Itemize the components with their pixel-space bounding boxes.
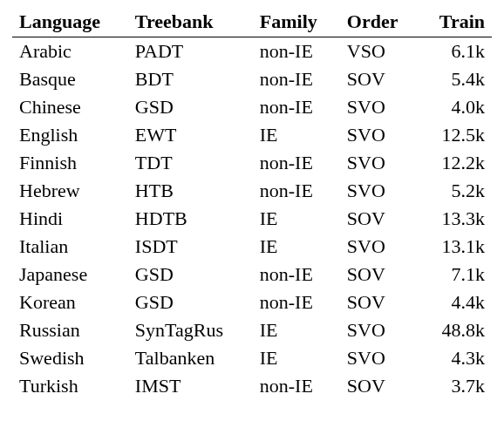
cell-language: Chinese — [12, 93, 128, 121]
cell-treebank: BDT — [128, 65, 253, 93]
cell-language: Russian — [12, 316, 128, 344]
cell-language: English — [12, 121, 128, 149]
table-row: HebrewHTBnon-IESVO5.2k — [12, 177, 492, 205]
cell-train: 5.2k — [419, 177, 492, 205]
cell-treebank: GSD — [128, 93, 253, 121]
table-body: ArabicPADTnon-IEVSO6.1kBasqueBDTnon-IESO… — [12, 37, 492, 401]
cell-treebank: GSD — [128, 261, 253, 288]
cell-order: SOV — [340, 205, 419, 233]
cell-order: SVO — [340, 177, 419, 205]
cell-train: 13.1k — [419, 233, 492, 261]
col-train: Train — [419, 9, 492, 37]
table-row: EnglishEWTIESVO12.5k — [12, 121, 492, 149]
cell-order: SVO — [340, 233, 419, 261]
language-treebank-table: Language Treebank Family Order Train Ara… — [12, 9, 492, 400]
table-row: TurkishIMSTnon-IESOV3.7k — [12, 372, 492, 400]
cell-order: SOV — [340, 372, 419, 400]
cell-order: SOV — [340, 65, 419, 93]
cell-order: SVO — [340, 121, 419, 149]
table-row: HindiHDTBIESOV13.3k — [12, 205, 492, 233]
cell-train: 4.0k — [419, 93, 492, 121]
cell-treebank: HTB — [128, 177, 253, 205]
cell-train: 12.5k — [419, 121, 492, 149]
cell-order: SVO — [340, 93, 419, 121]
cell-language: Turkish — [12, 372, 128, 400]
cell-language: Hindi — [12, 205, 128, 233]
cell-family: non-IE — [253, 65, 340, 93]
cell-language: Japanese — [12, 261, 128, 288]
cell-treebank: SynTagRus — [128, 316, 253, 344]
cell-treebank: GSD — [128, 288, 253, 316]
cell-train: 48.8k — [419, 316, 492, 344]
table-row: ItalianISDTIESVO13.1k — [12, 233, 492, 261]
col-family: Family — [253, 9, 340, 37]
cell-family: IE — [253, 344, 340, 372]
col-order: Order — [340, 9, 419, 37]
cell-family: IE — [253, 121, 340, 149]
cell-train: 13.3k — [419, 205, 492, 233]
cell-family: non-IE — [253, 93, 340, 121]
table-row: JapaneseGSDnon-IESOV7.1k — [12, 261, 492, 288]
cell-family: IE — [253, 233, 340, 261]
cell-train: 3.7k — [419, 372, 492, 400]
table-row: RussianSynTagRusIESVO48.8k — [12, 316, 492, 344]
col-language: Language — [12, 9, 128, 37]
cell-order: SOV — [340, 261, 419, 288]
cell-language: Finnish — [12, 149, 128, 177]
cell-order: SVO — [340, 316, 419, 344]
table-row: BasqueBDTnon-IESOV5.4k — [12, 65, 492, 93]
cell-train: 6.1k — [419, 37, 492, 66]
cell-family: non-IE — [253, 261, 340, 288]
cell-family: IE — [253, 205, 340, 233]
table-row: ChineseGSDnon-IESVO4.0k — [12, 93, 492, 121]
cell-treebank: HDTB — [128, 205, 253, 233]
table-row: SwedishTalbankenIESVO4.3k — [12, 344, 492, 372]
cell-family: non-IE — [253, 37, 340, 66]
cell-train: 12.2k — [419, 149, 492, 177]
cell-language: Swedish — [12, 344, 128, 372]
cell-train: 4.3k — [419, 344, 492, 372]
table-row: KoreanGSDnon-IESOV4.4k — [12, 288, 492, 316]
cell-treebank: TDT — [128, 149, 253, 177]
cell-order: SOV — [340, 288, 419, 316]
cell-family: non-IE — [253, 372, 340, 400]
cell-treebank: Talbanken — [128, 344, 253, 372]
cell-language: Arabic — [12, 37, 128, 66]
cell-order: SVO — [340, 149, 419, 177]
cell-order: SVO — [340, 344, 419, 372]
cell-train: 7.1k — [419, 261, 492, 288]
cell-order: VSO — [340, 37, 419, 66]
cell-language: Basque — [12, 65, 128, 93]
table-header-row: Language Treebank Family Order Train — [12, 9, 492, 37]
cell-family: IE — [253, 316, 340, 344]
table-row: ArabicPADTnon-IEVSO6.1k — [12, 37, 492, 66]
cell-family: non-IE — [253, 177, 340, 205]
table-row: FinnishTDTnon-IESVO12.2k — [12, 149, 492, 177]
cell-treebank: EWT — [128, 121, 253, 149]
cell-treebank: ISDT — [128, 233, 253, 261]
col-treebank: Treebank — [128, 9, 253, 37]
cell-language: Hebrew — [12, 177, 128, 205]
cell-train: 5.4k — [419, 65, 492, 93]
cell-train: 4.4k — [419, 288, 492, 316]
cell-language: Korean — [12, 288, 128, 316]
cell-family: non-IE — [253, 149, 340, 177]
cell-treebank: PADT — [128, 37, 253, 66]
cell-family: non-IE — [253, 288, 340, 316]
cell-language: Italian — [12, 233, 128, 261]
cell-treebank: IMST — [128, 372, 253, 400]
